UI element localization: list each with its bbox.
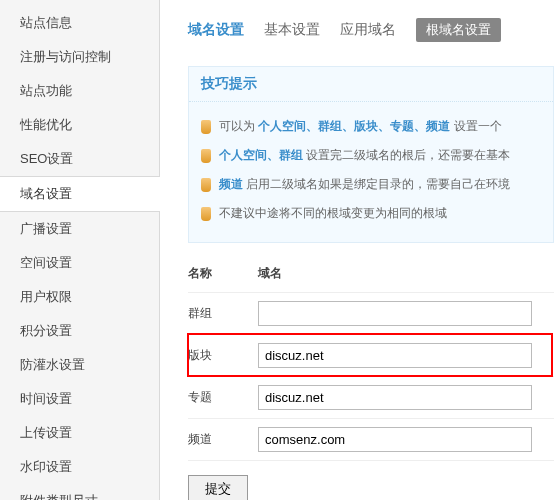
sidebar-item-upload[interactable]: 上传设置 bbox=[0, 416, 159, 450]
row-label: 群组 bbox=[188, 305, 258, 322]
form-row-channel: 频道 bbox=[188, 418, 554, 460]
domain-input-group[interactable] bbox=[258, 301, 532, 326]
sidebar-item-performance[interactable]: 性能优化 bbox=[0, 108, 159, 142]
tips-header: 技巧提示 bbox=[189, 67, 553, 102]
form-header: 名称 域名 bbox=[188, 265, 554, 292]
bulb-icon bbox=[201, 178, 211, 192]
domain-input-forum[interactable] bbox=[258, 343, 532, 368]
tab-bar: 域名设置 基本设置 应用域名 根域名设置 bbox=[188, 18, 554, 42]
tips-box: 技巧提示 可以为 个人空间、群组、版块、专题、频道 设置一个 个人空间、群组 设… bbox=[188, 66, 554, 243]
form-row-group: 群组 bbox=[188, 292, 554, 334]
domain-input-channel[interactable] bbox=[258, 427, 532, 452]
tip-line: 不建议中途将不同的根域变更为相同的根域 bbox=[201, 199, 541, 228]
tip-line: 频道 启用二级域名如果是绑定目录的，需要自己在环境 bbox=[201, 170, 541, 199]
sidebar-item-attachment-type[interactable]: 附件类型尺寸 bbox=[0, 484, 159, 500]
bulb-icon bbox=[201, 120, 211, 134]
col-header-domain: 域名 bbox=[258, 265, 554, 282]
domain-form: 名称 域名 群组 版块 专题 频道 提交 bbox=[188, 265, 554, 500]
sidebar-item-register-access[interactable]: 注册与访问控制 bbox=[0, 40, 159, 74]
sidebar: 站点信息 注册与访问控制 站点功能 性能优化 SEO设置 域名设置 广播设置 空… bbox=[0, 0, 160, 500]
sidebar-item-watermark[interactable]: 水印设置 bbox=[0, 450, 159, 484]
sidebar-item-time[interactable]: 时间设置 bbox=[0, 382, 159, 416]
tip-line: 个人空间、群组 设置完二级域名的根后，还需要在基本 bbox=[201, 141, 541, 170]
sidebar-item-site-info[interactable]: 站点信息 bbox=[0, 6, 159, 40]
tab-app-domain[interactable]: 应用域名 bbox=[340, 21, 396, 39]
form-row-forum: 版块 bbox=[188, 334, 552, 376]
tips-body: 可以为 个人空间、群组、版块、专题、频道 设置一个 个人空间、群组 设置完二级域… bbox=[189, 102, 553, 242]
sidebar-item-broadcast[interactable]: 广播设置 bbox=[0, 212, 159, 246]
sidebar-item-domain[interactable]: 域名设置 bbox=[0, 176, 160, 212]
submit-row: 提交 bbox=[188, 460, 554, 500]
tab-basic-settings[interactable]: 基本设置 bbox=[264, 21, 320, 39]
sidebar-item-seo[interactable]: SEO设置 bbox=[0, 142, 159, 176]
row-label: 频道 bbox=[188, 431, 258, 448]
sidebar-item-space[interactable]: 空间设置 bbox=[0, 246, 159, 280]
bulb-icon bbox=[201, 149, 211, 163]
col-header-name: 名称 bbox=[188, 265, 258, 282]
sidebar-item-points[interactable]: 积分设置 bbox=[0, 314, 159, 348]
tab-root-domain[interactable]: 根域名设置 bbox=[416, 18, 501, 42]
sidebar-item-user-permission[interactable]: 用户权限 bbox=[0, 280, 159, 314]
form-row-topic: 专题 bbox=[188, 376, 554, 418]
sidebar-item-antispam[interactable]: 防灌水设置 bbox=[0, 348, 159, 382]
row-label: 版块 bbox=[188, 347, 258, 364]
main-content: 域名设置 基本设置 应用域名 根域名设置 技巧提示 可以为 个人空间、群组、版块… bbox=[160, 0, 554, 500]
submit-button[interactable]: 提交 bbox=[188, 475, 248, 500]
domain-input-topic[interactable] bbox=[258, 385, 532, 410]
sidebar-item-site-features[interactable]: 站点功能 bbox=[0, 74, 159, 108]
tab-domain-settings[interactable]: 域名设置 bbox=[188, 21, 244, 39]
tip-line: 可以为 个人空间、群组、版块、专题、频道 设置一个 bbox=[201, 112, 541, 141]
row-label: 专题 bbox=[188, 389, 258, 406]
bulb-icon bbox=[201, 207, 211, 221]
